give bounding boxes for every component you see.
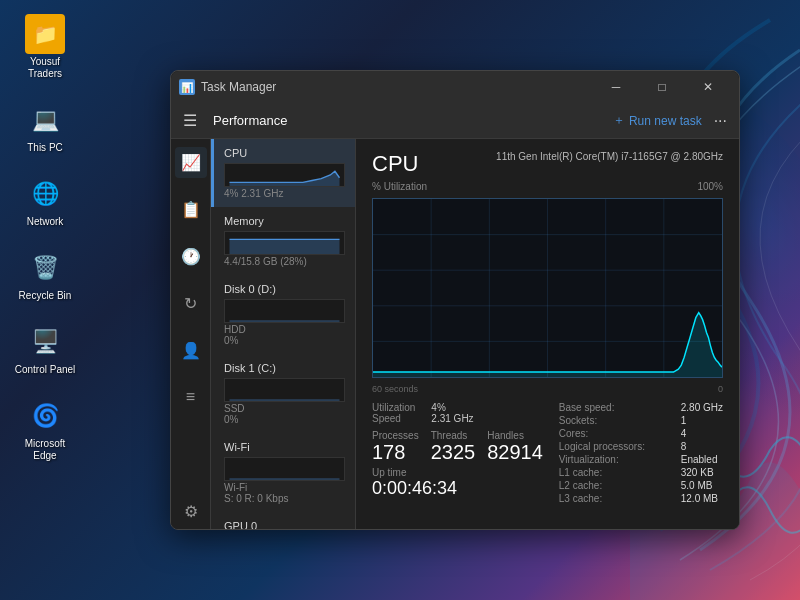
device-sub: SSD0% <box>224 403 345 425</box>
l3-label: L3 cache: <box>559 493 673 504</box>
sockets-label: Sockets: <box>559 415 673 426</box>
utilization-stat-value: 4% <box>431 402 473 413</box>
icon-sidebar: 📈 📋 🕐 ↻ 👤 ≡ ⚙ <box>171 139 211 529</box>
utilization-stat-label: Utilization <box>372 402 415 413</box>
left-stats: Utilization Speed 4% 2.31 GHz Processes <box>372 402 543 504</box>
desktop-icon-label: Network <box>27 216 64 228</box>
cpu-title: CPU <box>372 151 418 177</box>
sidebar-icon-startup[interactable]: ↻ <box>178 288 203 319</box>
desktop-icon-this-pc[interactable]: 💻 This PC <box>10 96 80 158</box>
sockets-value: 1 <box>681 415 723 426</box>
sidebar-icon-processes[interactable]: 📋 <box>175 194 207 225</box>
device-mini-graph-disk1 <box>224 378 345 402</box>
device-item-memory[interactable]: Memory 4.4/15.8 GB (28%) <box>211 207 355 275</box>
device-item-cpu[interactable]: CPU 4% 2.31 GHz <box>211 139 355 207</box>
device-mini-graph-memory <box>224 231 345 255</box>
more-options-button[interactable]: ··· <box>714 112 727 130</box>
desktop-icon-label: Control Panel <box>15 364 76 376</box>
menubar-actions: ＋ Run new task ··· <box>613 112 727 130</box>
device-name: GPU 0 <box>224 520 345 529</box>
utilization-stat: Utilization Speed <box>372 402 415 424</box>
uptime-label: Up time <box>372 467 543 478</box>
processes-value: 178 <box>372 441 419 463</box>
run-new-task-button[interactable]: ＋ Run new task <box>613 112 702 129</box>
svg-rect-5 <box>230 478 340 480</box>
svg-rect-3 <box>230 320 340 322</box>
handles-label: Handles <box>487 430 543 441</box>
sidebar-icon-settings[interactable]: ⚙ <box>178 496 204 529</box>
device-item-gpu0[interactable]: GPU 0 Intel(R) Iris(R) Xe Gra...0% <box>211 512 355 529</box>
base-speed-value: 2.80 GHz <box>681 402 723 413</box>
logical-label: Logical processors: <box>559 441 673 452</box>
processes-stat: Processes 178 <box>372 430 419 463</box>
device-mini-graph-disk0 <box>224 299 345 323</box>
device-sub: HDD0% <box>224 324 345 346</box>
l1-value: 320 KB <box>681 467 723 478</box>
device-sub: 4% 2.31 GHz <box>224 188 345 199</box>
taskmanager-app-icon: 📊 <box>179 79 195 95</box>
device-name: Memory <box>224 215 345 227</box>
sidebar-icon-details[interactable]: ≡ <box>180 382 201 412</box>
sidebar-icon-performance[interactable]: 📈 <box>175 147 207 178</box>
time-label-60s: 60 seconds <box>372 384 418 394</box>
l3-value: 12.0 MB <box>681 493 723 504</box>
base-speed-label: Base speed: <box>559 402 673 413</box>
uptime-value: 0:00:46:34 <box>372 478 543 499</box>
time-label-0: 0 <box>718 384 723 394</box>
main-panel: CPU 11th Gen Intel(R) Core(TM) i7-1165G7… <box>356 139 739 529</box>
cores-value: 4 <box>681 428 723 439</box>
uptime-stat: Up time 0:00:46:34 <box>372 467 543 499</box>
device-name: Disk 1 (C:) <box>224 362 345 374</box>
svg-marker-2 <box>230 239 340 254</box>
window-controls: ─ □ ✕ <box>593 71 731 103</box>
cpu-model: 11th Gen Intel(R) Core(TM) i7-1165G7 @ 2… <box>496 151 723 162</box>
menubar: ☰ Performance ＋ Run new task ··· <box>171 103 739 139</box>
speed-stat-value: 2.31 GHz <box>431 413 473 424</box>
desktop-icon-yousuf-traders[interactable]: 📁 YousufTraders <box>10 10 80 84</box>
content-area: 📈 📋 🕐 ↻ 👤 ≡ ⚙ CPU 4 <box>171 139 739 529</box>
virt-label: Virtualization: <box>559 454 673 465</box>
cores-label: Cores: <box>559 428 673 439</box>
virt-value: Enabled <box>681 454 723 465</box>
l1-label: L1 cache: <box>559 467 673 478</box>
device-item-disk1[interactable]: Disk 1 (C:) SSD0% <box>211 354 355 433</box>
menubar-title: Performance <box>213 113 613 128</box>
threads-stat: Threads 2325 <box>431 430 476 463</box>
desktop: 📁 YousufTraders 💻 This PC 🌐 Network 🗑️ R… <box>0 0 800 600</box>
titlebar-title: Task Manager <box>201 80 593 94</box>
sidebar-icon-users[interactable]: 👤 <box>175 335 207 366</box>
right-stats-panel: Base speed: 2.80 GHz Sockets: 1 Cores: 4… <box>559 402 723 504</box>
logical-value: 8 <box>681 441 723 452</box>
desktop-icon-network[interactable]: 🌐 Network <box>10 170 80 232</box>
device-sidebar: CPU 4% 2.31 GHz Memory <box>211 139 356 529</box>
desktop-icon-label: YousufTraders <box>28 56 62 80</box>
device-item-wifi[interactable]: Wi-Fi Wi-FiS: 0 R: 0 Kbps <box>211 433 355 512</box>
desktop-icon-control-panel[interactable]: 🖥️ Control Panel <box>10 318 80 380</box>
desktop-icons: 📁 YousufTraders 💻 This PC 🌐 Network 🗑️ R… <box>10 10 80 466</box>
threads-label: Threads <box>431 430 476 441</box>
cpu-graph <box>372 198 723 378</box>
device-mini-graph-wifi <box>224 457 345 481</box>
threads-value: 2325 <box>431 441 476 463</box>
titlebar: 📊 Task Manager ─ □ ✕ <box>171 71 739 103</box>
device-name: CPU <box>224 147 345 159</box>
svg-rect-4 <box>230 399 340 401</box>
handles-value: 82914 <box>487 441 543 463</box>
run-icon: ＋ <box>613 112 625 129</box>
device-item-disk0[interactable]: Disk 0 (D:) HDD0% <box>211 275 355 354</box>
sidebar-icon-history[interactable]: 🕐 <box>175 241 207 272</box>
cpu-header: CPU 11th Gen Intel(R) Core(TM) i7-1165G7… <box>372 151 723 177</box>
desktop-icon-recycle-bin[interactable]: 🗑️ Recycle Bin <box>10 244 80 306</box>
device-sub: Wi-FiS: 0 R: 0 Kbps <box>224 482 345 504</box>
desktop-icon-label: MicrosoftEdge <box>25 438 66 462</box>
close-button[interactable]: ✕ <box>685 71 731 103</box>
desktop-icon-microsoft-edge[interactable]: 🌀 MicrosoftEdge <box>10 392 80 466</box>
graph-time-labels: 60 seconds 0 <box>372 384 723 394</box>
hamburger-menu[interactable]: ☰ <box>183 111 197 130</box>
maximize-button[interactable]: □ <box>639 71 685 103</box>
speed-stat-label: Speed <box>372 413 415 424</box>
desktop-icon-label: Recycle Bin <box>19 290 72 302</box>
processes-label: Processes <box>372 430 419 441</box>
l2-value: 5.0 MB <box>681 480 723 491</box>
minimize-button[interactable]: ─ <box>593 71 639 103</box>
